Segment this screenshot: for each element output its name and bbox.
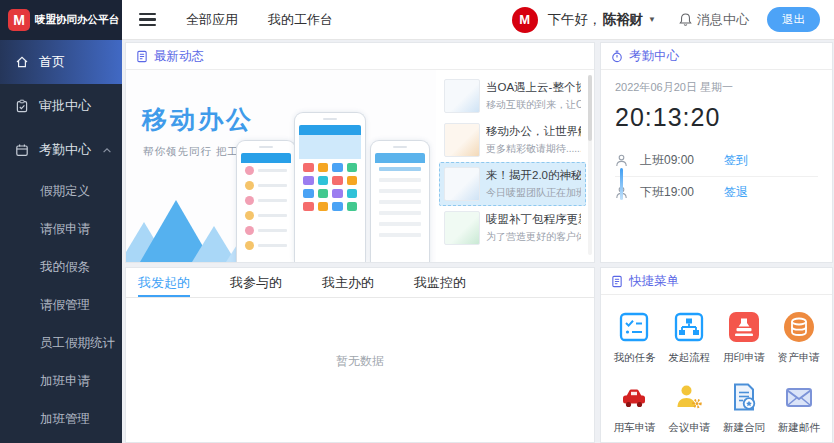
person-icon [615, 154, 628, 167]
my-tasks-panel: 我发起的 我参与的 我主办的 我监控的 暂无数据 [125, 267, 595, 443]
bell-icon [678, 12, 693, 27]
user-avatar[interactable]: M [512, 7, 538, 33]
sidebar-item-attendance-center[interactable]: 考勤中心 [0, 128, 122, 172]
news-desc: 移动互联的到来，让OA与云 [486, 98, 581, 112]
checkout-link[interactable]: 签退 [724, 184, 748, 201]
sidebar-subitem-holiday-definition[interactable]: 假期定义 [0, 172, 122, 210]
attendance-timeline: 上班09:00 签到 下班19:00 签退 [615, 144, 818, 208]
quick-menu-header: 快捷菜单 [601, 268, 832, 295]
nav-all-apps[interactable]: 全部应用 [186, 11, 238, 29]
checkin-link[interactable]: 签到 [724, 152, 748, 169]
tab-participated-by-me[interactable]: 我参与的 [230, 268, 282, 297]
calendar-icon [15, 143, 29, 157]
news-desc: 更多精彩敬请期待........ [486, 142, 581, 156]
quick-item-label: 资产申请 [778, 351, 820, 365]
quick-item-label: 会议申请 [668, 421, 710, 435]
app-title: 唛盟协同办公平台 [35, 13, 119, 27]
tab-monitored-by-me[interactable]: 我监控的 [414, 268, 466, 297]
task-tabs: 我发起的 我参与的 我主办的 我监控的 [126, 268, 594, 298]
quick-item-my-tasks[interactable]: 我的任务 [607, 311, 662, 365]
news-list: 当OA遇上云-整个协同OA 移动互联的到来，让OA与云 移动办公，让世界触手可 … [436, 70, 594, 262]
sidebar-subitem-overtime-management[interactable]: 加班管理 [0, 400, 122, 438]
quick-item-new-mail[interactable]: 新建邮件 [771, 381, 826, 435]
phone-mockup-center [294, 112, 366, 262]
news-title: 来！揭开2.0的神秘面纱- [486, 168, 581, 183]
news-panel-title: 最新动态 [154, 48, 204, 65]
quick-item-label: 新建邮件 [778, 421, 820, 435]
checkout-row: 下班19:00 签退 [615, 176, 818, 208]
user-greeting[interactable]: 下午好，陈裕财 ▼ [548, 11, 656, 29]
quick-menu-title: 快捷菜单 [629, 273, 679, 290]
app-logo: M [8, 9, 30, 31]
sidebar-item-home[interactable]: 首页 [0, 40, 122, 84]
quick-item-meeting-request[interactable]: 会议申请 [662, 381, 717, 435]
checkin-row: 上班09:00 签到 [615, 144, 818, 176]
sidebar-subitem-overtime-request[interactable]: 加班申请 [0, 362, 122, 400]
news-item[interactable]: 当OA遇上云-整个协同OA 移动互联的到来，让OA与云 [439, 74, 586, 118]
task-list-icon [618, 311, 650, 343]
quick-item-label: 用印申请 [723, 351, 765, 365]
attendance-date: 2022年06月20日 星期一 [615, 80, 818, 95]
phone-mockup-right [370, 140, 430, 262]
quick-item-new-contract[interactable]: 新建合同 [717, 381, 772, 435]
user-name: 陈裕财 [603, 11, 644, 29]
checkout-label: 下班19:00 [640, 184, 710, 201]
sidebar-subitem-my-leave-notes[interactable]: 我的假条 [0, 248, 122, 286]
news-desc: 为了营造更好的客户体验，唛 [486, 230, 581, 244]
document-icon [611, 275, 623, 288]
sidebar: 首页 审批中心 考勤中心 假期定义 请假申请 我的假条 请假管理 员工假期统计 … [0, 40, 122, 443]
tab-hosted-by-me[interactable]: 我主办的 [322, 268, 374, 297]
news-item-selected[interactable]: 来！揭开2.0的神秘面纱- 今日唛盟团队正在加班加点， [439, 162, 586, 206]
news-scrollbar[interactable] [588, 75, 592, 255]
sidebar-item-approval-center[interactable]: 审批中心 [0, 84, 122, 128]
empty-state-text: 暂无数据 [126, 298, 594, 370]
sidebar-item-label: 审批中心 [39, 97, 91, 115]
caret-down-icon: ▼ [648, 15, 656, 24]
phone-mockup-left [236, 140, 296, 262]
quick-item-label: 新建合同 [723, 421, 765, 435]
contract-document-icon [728, 381, 760, 413]
quick-item-label: 发起流程 [668, 351, 710, 365]
news-banner[interactable]: 移动办公 帮你领先同行 把工作带出办公室 [126, 70, 436, 262]
quick-item-label: 我的任务 [613, 351, 655, 365]
sidebar-item-label: 首页 [39, 53, 65, 71]
envelope-icon [783, 381, 815, 413]
sidebar-subitem-leave-management[interactable]: 请假管理 [0, 286, 122, 324]
logout-button[interactable]: 退出 [767, 7, 820, 32]
clipboard-icon [15, 99, 29, 113]
topbar: M 唛盟协同办公平台 全部应用 我的工作台 M 下午好，陈裕财 ▼ 消息中心 退… [0, 0, 834, 40]
quick-item-seal-request[interactable]: 用印申请 [717, 311, 772, 365]
sidebar-subitem-leave-request[interactable]: 请假申请 [0, 210, 122, 248]
attendance-panel: 考勤中心 2022年06月20日 星期一 20:13:20 上班09:00 签到… [600, 42, 833, 263]
timeline-connector [620, 168, 623, 200]
message-center-label: 消息中心 [697, 11, 749, 29]
sidebar-item-label: 考勤中心 [39, 141, 91, 159]
quick-menu-panel: 快捷菜单 我的任务 发起流程 [600, 267, 833, 443]
news-item[interactable]: 唛盟补丁包程序更新 为了营造更好的客户体验，唛 [439, 206, 586, 250]
car-icon [618, 381, 650, 413]
meeting-person-icon [673, 381, 705, 413]
message-center[interactable]: 消息中心 [678, 11, 749, 29]
nav-my-workspace[interactable]: 我的工作台 [268, 11, 333, 29]
news-thumbnail [444, 167, 480, 201]
news-panel-header: 最新动态 [126, 43, 594, 70]
news-title: 移动办公，让世界触手可 [486, 124, 581, 139]
quick-item-vehicle-request[interactable]: 用车申请 [607, 381, 662, 435]
asset-database-icon [783, 311, 815, 343]
news-item[interactable]: 移动办公，让世界触手可 更多精彩敬请期待........ [439, 118, 586, 162]
brand: M 唛盟协同办公平台 [0, 0, 122, 40]
menu-toggle-icon[interactable] [135, 9, 160, 31]
quick-item-asset-request[interactable]: 资产申请 [771, 311, 826, 365]
sidebar-subitem-employee-holiday-stats[interactable]: 员工假期统计 [0, 324, 122, 362]
news-thumbnail [444, 211, 480, 245]
news-thumbnail [444, 79, 480, 113]
topbar-right: M 下午好，陈裕财 ▼ 消息中心 退出 [512, 7, 834, 33]
top-navigation: 全部应用 我的工作台 [186, 11, 333, 29]
tab-initiated-by-me[interactable]: 我发起的 [138, 268, 190, 297]
stopwatch-icon [611, 50, 623, 63]
home-icon [15, 55, 29, 69]
quick-item-start-workflow[interactable]: 发起流程 [662, 311, 717, 365]
news-title: 当OA遇上云-整个协同OA [486, 80, 581, 95]
news-thumbnail [444, 123, 480, 157]
workflow-icon [673, 311, 705, 343]
